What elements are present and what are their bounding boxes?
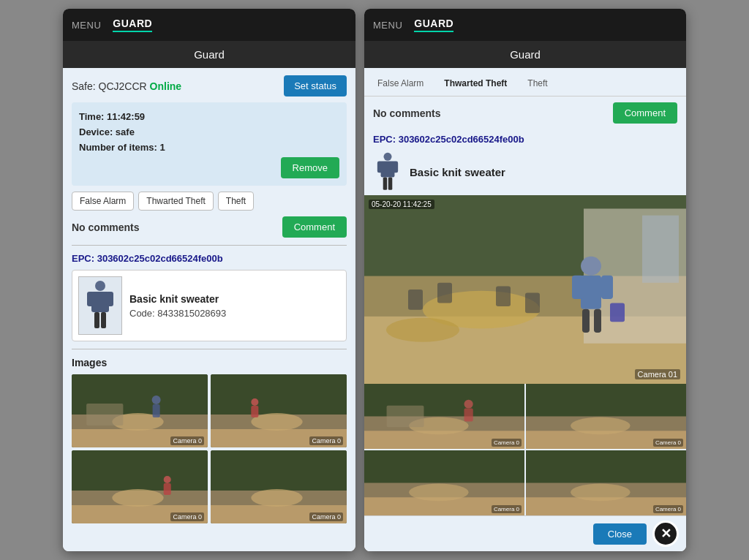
left-cam-label-1: Camera 0 <box>170 436 204 445</box>
right-content: False Alarm Thwarted Theft Theft No comm… <box>364 68 686 551</box>
left-header: Guard <box>63 41 355 68</box>
left-no-comments: No comments <box>72 222 140 233</box>
divider-2 <box>72 349 347 349</box>
svg-rect-39 <box>642 216 679 283</box>
right-small-cams-grid: Camera 0 Camera 0 <box>364 384 686 515</box>
svg-rect-34 <box>388 178 393 190</box>
right-small-cam-1[interactable]: Camera 0 <box>364 384 524 449</box>
svg-rect-45 <box>525 293 540 314</box>
svg-point-41 <box>386 318 459 342</box>
left-cam-thumb-1[interactable]: Camera 0 <box>72 374 208 447</box>
left-phone: MENU GUARD Guard Safe: QCJ2CCR Online Se… <box>63 9 355 551</box>
right-product-thumb <box>373 152 402 192</box>
set-status-button[interactable]: Set status <box>284 75 347 97</box>
right-tab-false-alarm[interactable]: False Alarm <box>367 72 434 96</box>
product-name: Basic knit sweater <box>129 293 226 305</box>
svg-rect-43 <box>437 283 452 303</box>
x-close-button[interactable]: ✕ <box>652 521 679 547</box>
svg-rect-3 <box>106 292 113 306</box>
svg-point-71 <box>571 483 630 501</box>
right-small-cam-2[interactable]: Camera 0 <box>526 384 686 449</box>
left-product-card: Basic knit sweater Code: 8433815028693 <box>72 270 347 341</box>
svg-point-29 <box>384 153 392 161</box>
left-nav-guard[interactable]: GUARD <box>113 18 152 29</box>
right-cam-main-label: Camera 01 <box>635 369 680 379</box>
tab-thwarted-theft[interactable]: Thwarted Theft <box>138 192 213 211</box>
svg-point-16 <box>251 413 302 431</box>
right-small-cam-label-2: Camera 0 <box>653 439 683 447</box>
close-button[interactable]: Close <box>593 523 647 545</box>
left-nav-menu[interactable]: MENU <box>72 20 101 31</box>
svg-rect-42 <box>408 290 423 310</box>
right-bottom-bar: Close ✕ <box>364 515 686 551</box>
left-tabs-row: False Alarm Thwarted Theft Theft <box>72 192 347 211</box>
remove-button[interactable]: Remove <box>281 157 339 178</box>
svg-rect-51 <box>594 309 601 333</box>
tab-false-alarm[interactable]: False Alarm <box>72 192 134 211</box>
svg-rect-49 <box>601 276 613 299</box>
left-cam-thumb-4[interactable]: Camera 0 <box>211 450 347 523</box>
right-small-cam-label-4: Camera 0 <box>653 505 683 513</box>
info-block: Time: 11:42:59 Device: safe Number of it… <box>72 102 347 186</box>
svg-rect-10 <box>86 404 123 425</box>
left-cam-thumb-3[interactable]: Camera 0 <box>72 450 208 523</box>
right-nav-guard-underline <box>414 31 453 32</box>
right-small-cam-3[interactable]: Camera 0 <box>364 450 524 515</box>
svg-rect-50 <box>582 309 590 333</box>
right-epc-label: EPC: 303602c25c02cd66524fe00b <box>373 134 677 145</box>
svg-rect-31 <box>377 162 383 173</box>
svg-rect-24 <box>164 483 171 495</box>
images-label: Images <box>72 357 347 368</box>
right-nav-menu[interactable]: MENU <box>373 20 402 31</box>
right-nav-guard[interactable]: GUARD <box>414 18 453 29</box>
svg-point-22 <box>112 489 163 507</box>
svg-rect-33 <box>383 178 388 190</box>
svg-point-11 <box>152 396 161 404</box>
svg-point-58 <box>464 400 473 409</box>
right-no-comments: No comments <box>373 107 441 119</box>
svg-rect-12 <box>153 404 160 417</box>
svg-rect-47 <box>581 276 601 309</box>
svg-rect-32 <box>392 162 398 173</box>
right-main-cam[interactable]: 05-20-20 11:42:25 Camera 01 <box>364 195 686 384</box>
svg-point-63 <box>571 417 630 434</box>
right-product-name: Basic knit sweater <box>410 166 505 178</box>
online-badge: Online <box>150 80 182 92</box>
left-content: Safe: QCJ2CCR Online Set status Time: 11… <box>63 68 355 551</box>
svg-rect-48 <box>572 276 584 299</box>
svg-rect-2 <box>87 292 94 306</box>
svg-rect-59 <box>464 409 473 422</box>
safe-status-text: Safe: QCJ2CCR Online <box>72 80 181 92</box>
right-small-cam-4[interactable]: Camera 0 <box>526 450 686 515</box>
svg-point-28 <box>251 489 302 507</box>
time-label: Time: 11:42:59 <box>79 110 339 125</box>
tab-theft[interactable]: Theft <box>218 192 254 211</box>
left-nav-bar: MENU GUARD <box>63 9 355 41</box>
device-label: Device: safe <box>79 125 339 140</box>
left-cam-label-4: Camera 0 <box>309 512 343 521</box>
left-comment-button[interactable]: Comment <box>282 216 347 238</box>
svg-rect-44 <box>496 286 511 306</box>
right-comment-button[interactable]: Comment <box>613 102 677 124</box>
right-small-cam-label-3: Camera 0 <box>492 505 522 513</box>
safe-label: Safe: QCJ2CCR <box>72 80 147 92</box>
left-cam-thumb-2[interactable]: Camera 0 <box>211 374 347 447</box>
product-thumbnail <box>78 276 122 335</box>
left-epc-label: EPC: 303602c25c02cd66524fe00b <box>72 253 347 264</box>
svg-rect-4 <box>94 312 99 328</box>
right-tab-theft[interactable]: Theft <box>517 72 557 96</box>
svg-point-0 <box>95 281 105 291</box>
right-tab-thwarted-theft[interactable]: Thwarted Theft <box>434 72 517 96</box>
svg-point-23 <box>164 476 171 483</box>
right-nav-guard-wrapper: GUARD <box>414 18 453 32</box>
divider-1 <box>72 245 347 246</box>
right-comment-row: No comments Comment <box>364 97 686 129</box>
left-images-grid: Camera 0 Camera 0 <box>72 374 347 523</box>
right-header: Guard <box>364 41 686 68</box>
left-comment-row: No comments Comment <box>72 216 347 238</box>
items-label: Number of items: 1 <box>79 140 339 156</box>
svg-rect-18 <box>251 406 258 417</box>
right-cam-timestamp: 05-20-20 11:42:25 <box>369 200 434 209</box>
left-nav-guard-wrapper: GUARD <box>113 18 152 32</box>
left-cam-label-3: Camera 0 <box>170 512 204 521</box>
